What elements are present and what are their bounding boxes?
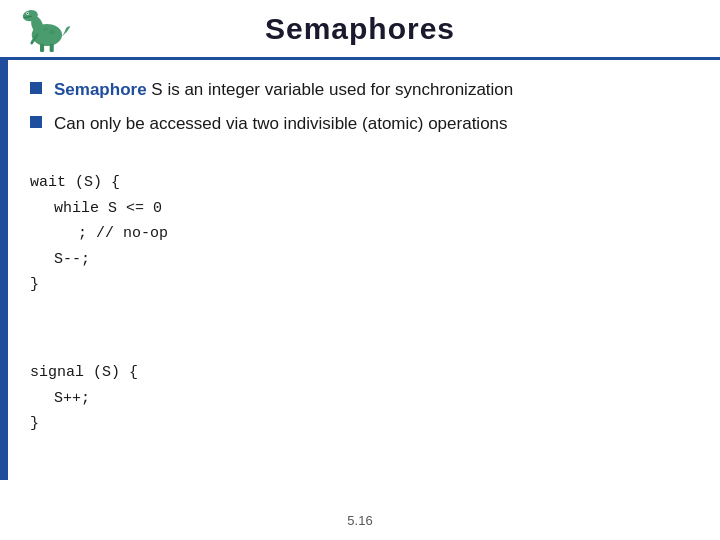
slide-title: Semaphores	[265, 12, 455, 46]
svg-point-8	[50, 30, 56, 34]
left-accent-bar	[0, 60, 8, 480]
code-line-wait-4: S--;	[54, 247, 168, 273]
bullet-text-1: Semaphore S is an integer variable used …	[54, 78, 513, 102]
code-line-wait-1: wait (S) {	[30, 170, 168, 196]
bullet-square-2	[30, 116, 42, 128]
bullet-item-1: Semaphore S is an integer variable used …	[30, 78, 690, 102]
dino-logo	[18, 6, 73, 54]
bullet-square-1	[30, 82, 42, 94]
page-number: 5.16	[347, 513, 372, 528]
bullets-section: Semaphore S is an integer variable used …	[30, 78, 690, 146]
bullet-text-1-rest: S is an integer variable used for synchr…	[147, 80, 514, 99]
code-line-signal-3: }	[30, 411, 138, 437]
bullet-text-2: Can only be accessed via two indivisible…	[54, 112, 508, 136]
slide: Semaphores Semaphore S is an integer var…	[0, 0, 720, 540]
highlight-semaphore: Semaphore	[54, 80, 147, 99]
bullet-item-2: Can only be accessed via two indivisible…	[30, 112, 690, 136]
code-line-signal-1: signal (S) {	[30, 360, 138, 386]
code-line-wait-2: while S <= 0	[54, 196, 168, 222]
code-block-wait: wait (S) { while S <= 0 ; // no-op S--; …	[30, 170, 168, 298]
code-line-wait-5: }	[30, 272, 168, 298]
code-line-signal-2: S++;	[54, 386, 138, 412]
code-line-wait-3: ; // no-op	[78, 221, 168, 247]
slide-header: Semaphores	[0, 0, 720, 60]
svg-rect-6	[40, 44, 44, 52]
svg-rect-7	[50, 44, 54, 52]
svg-point-4	[27, 13, 28, 14]
svg-point-9	[43, 28, 47, 31]
code-block-signal: signal (S) { S++; }	[30, 360, 138, 437]
